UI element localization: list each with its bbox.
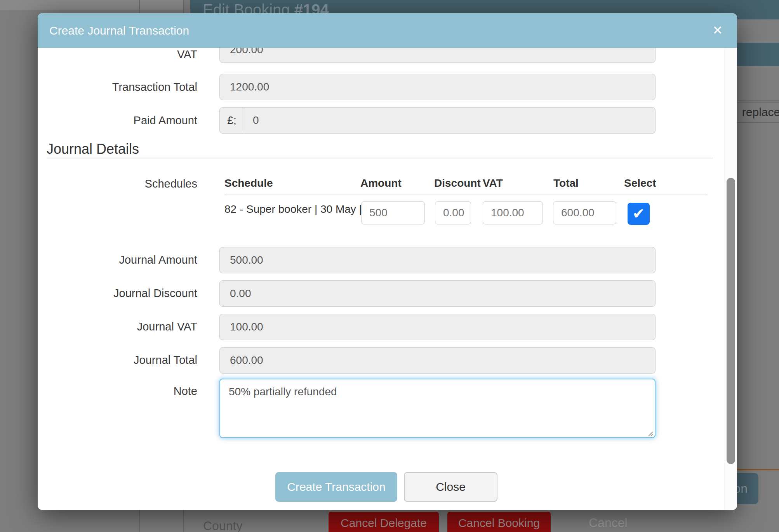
modal-scrollbar-thumb[interactable] — [727, 178, 735, 464]
modal-body: VAT Transaction Total Paid Amount £; 0 J… — [38, 48, 737, 510]
create-journal-transaction-modal: Create Journal Transaction ✕ VAT Transac… — [38, 13, 737, 510]
cancel-link[interactable]: Cancel — [589, 516, 628, 530]
screen: Edit Booking #194 replace on County Canc… — [0, 0, 779, 532]
transaction-total-field-wrap — [219, 74, 656, 100]
column-header-schedule: Schedule — [224, 177, 273, 190]
column-header-vat: VAT — [483, 177, 503, 190]
schedule-select-checkbox[interactable]: ✔ — [628, 203, 650, 225]
resize-handle-icon[interactable] — [647, 430, 653, 436]
currency-addon: £; — [219, 107, 244, 134]
column-header-select: Select — [624, 177, 656, 190]
journal-discount-input[interactable] — [219, 280, 656, 307]
transaction-total-input[interactable] — [219, 74, 656, 100]
journal-vat-wrap — [219, 314, 656, 340]
schedule-discount-input[interactable] — [435, 201, 471, 224]
background-top-strip — [0, 0, 183, 10]
vat-input[interactable] — [219, 48, 656, 63]
cancel-delegate-button[interactable]: Cancel Delegate — [329, 512, 439, 532]
journal-total-label: Journal Total — [38, 353, 197, 367]
modal-header: Create Journal Transaction ✕ — [38, 13, 737, 48]
table-header-divider — [224, 195, 708, 195]
modal-scrollbar-track[interactable] — [725, 48, 737, 510]
schedules-label: Schedules — [38, 177, 197, 190]
journal-total-input[interactable] — [219, 347, 656, 374]
paid-amount-group: £; 0 — [219, 107, 656, 134]
close-button[interactable]: Close — [404, 472, 497, 502]
vat-field-wrap — [219, 48, 656, 63]
schedule-vat-input[interactable] — [483, 201, 543, 224]
column-header-discount: Discount — [434, 177, 481, 190]
journal-details-heading: Journal Details — [47, 141, 139, 157]
column-header-total: Total — [553, 177, 579, 190]
journal-vat-input[interactable] — [219, 314, 656, 340]
journal-total-wrap — [219, 347, 656, 374]
paid-amount-input[interactable]: 0 — [244, 107, 656, 134]
county-label: County — [203, 519, 242, 532]
paid-amount-label: Paid Amount — [38, 114, 197, 127]
create-transaction-button[interactable]: Create Transaction — [275, 472, 397, 502]
journal-amount-label: Journal Amount — [38, 253, 197, 266]
note-label: Note — [38, 384, 197, 398]
journal-amount-input[interactable] — [219, 247, 656, 273]
transaction-total-label: Transaction Total — [38, 80, 197, 94]
note-field-wrap: 50% partially refunded — [219, 379, 656, 440]
vat-label: VAT — [38, 48, 197, 61]
schedule-amount-input[interactable] — [361, 201, 425, 224]
journal-discount-label: Journal Discount — [38, 287, 197, 300]
journal-amount-wrap — [219, 247, 656, 273]
journal-discount-wrap — [219, 280, 656, 307]
journal-vat-label: Journal VAT — [38, 320, 197, 333]
note-textarea[interactable]: 50% partially refunded — [219, 379, 656, 438]
close-icon[interactable]: ✕ — [709, 22, 726, 39]
modal-title: Create Journal Transaction — [49, 13, 189, 48]
column-header-amount: Amount — [360, 177, 402, 190]
checkmark-icon: ✔ — [633, 205, 645, 222]
schedule-total-input[interactable] — [553, 201, 616, 224]
cancel-booking-button[interactable]: Cancel Booking — [447, 512, 551, 532]
section-divider — [47, 158, 713, 158]
